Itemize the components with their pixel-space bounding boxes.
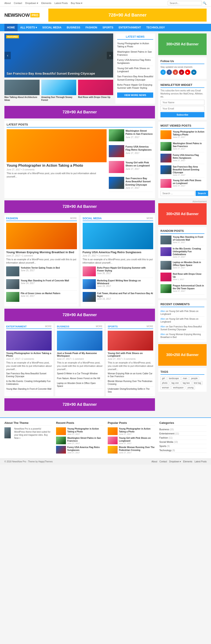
footer-popular-post-title-2[interactable]: Young Girl with Pink Shoes on Longboard: [119, 436, 155, 442]
social-sub-title-3[interactable]: Coit Tower, Alcatraz and Part of San Fra…: [97, 292, 153, 298]
footer-cat-5[interactable]: Sports (9): [159, 444, 207, 448]
social-sub-title-2[interactable]: Marketing Expert Writing New Strategy on…: [97, 279, 153, 285]
fashion-sub-title-3[interactable]: Pile of Green Limes on Market Pattern: [21, 292, 60, 295]
topbar-about[interactable]: About: [4, 2, 11, 4]
side-post-title-1[interactable]: Washington Street Palms in San Francisco: [126, 129, 153, 136]
nav-fashion[interactable]: FASHION: [83, 24, 100, 31]
ad-banner-1[interactable]: 728×90 Ad Banner: [4, 106, 155, 118]
ad-banner-4[interactable]: 728×90 Ad Banner: [4, 398, 155, 411]
twitter-icon[interactable]: t: [161, 70, 166, 75]
social-more[interactable]: MORE: [147, 217, 153, 220]
ent-more[interactable]: MORE: [45, 325, 52, 328]
footer-popular-post-title-1[interactable]: Young Photographer in Action Taking a Ph…: [119, 427, 155, 433]
fashion-sub-title-2[interactable]: Young Man Standing In Front of Concrete …: [21, 279, 69, 282]
latest-news-item-6[interactable]: Boho Peace Hippie Girl Enjoying Summer w…: [117, 82, 153, 91]
top-search-button[interactable]: 🔍: [203, 2, 207, 5]
newsletter-name-input[interactable]: [161, 100, 205, 105]
fashion-sub-title-1[interactable]: Yorkshire Terrier Eating Treats in Bed: [21, 266, 60, 269]
tag-tag-two[interactable]: tag two: [181, 381, 191, 385]
biz-sub-2[interactable]: Pure Nature: Above Green Forest on the H…: [57, 376, 102, 381]
site-logo[interactable]: NEWS NOW PRO: [4, 12, 39, 18]
mv-title-2[interactable]: Washington Street Palms in San Francisco: [173, 142, 205, 148]
fashion-main-title[interactable]: Young Woman Enjoying Morning Breakfast i…: [6, 250, 77, 254]
latest-news-item-3[interactable]: Funny USA America Flag Retro Sunglasses: [117, 58, 153, 66]
rp-title-5[interactable]: Prague Astronomical Clock in the Old Tow…: [173, 284, 205, 290]
footer-popular-post-title-3[interactable]: Blonde Woman Running Over The Pedestrian…: [119, 446, 155, 452]
footer-cat-4[interactable]: Social Media (10): [159, 440, 207, 444]
side-post-title-3[interactable]: Young Girl with Pink Shoes on Longboard: [126, 161, 153, 167]
rc-author-4[interactable]: Allen: [161, 333, 165, 336]
ent-main-title[interactable]: Young Photographer in Action Taking a Ph…: [6, 352, 52, 357]
sidebar-search-input[interactable]: [161, 191, 195, 196]
footer-recent-post-title-1[interactable]: Young Photographer in Action Taking a Ph…: [67, 427, 103, 433]
latest-news-item-4[interactable]: Young Girl with Pink Shoes on Longboard: [117, 66, 153, 74]
footer-link-about[interactable]: About: [151, 460, 157, 463]
fashion-more[interactable]: MORE: [70, 217, 77, 220]
top-search-input[interactable]: [168, 1, 202, 5]
view-more-button[interactable]: VIEW MORE NEWS: [117, 92, 153, 98]
subscribe-button[interactable]: Subscribe: [161, 112, 205, 117]
nav-all-posts[interactable]: ALL POSTS ▾: [17, 24, 39, 31]
sports-sub-2[interactable]: Blonde Woman Running Over The Pedestrian…: [108, 379, 153, 386]
main-post-comments[interactable]: 3 comments: [22, 168, 34, 171]
ent-sub-3[interactable]: Young Man Standing In Front of Concrete …: [6, 386, 52, 392]
footer-link-latest[interactable]: Latest Posts: [195, 460, 207, 463]
topbar-buy[interactable]: Buy Now ▾: [71, 2, 82, 4]
tag-test-tag[interactable]: test tag: [192, 381, 203, 385]
biz-sub-3[interactable]: Laptop on Wooden Desk in Office Open Spa…: [57, 381, 102, 388]
ad-banner-3[interactable]: 728×90 Ad Banner: [4, 309, 155, 321]
mv-title-5[interactable]: Young Girl with Pink Shoes on Longboard: [173, 179, 205, 185]
top-ad-banner[interactable]: 728×90 Ad Banner: [48, 8, 207, 22]
tag-people[interactable]: people: [190, 376, 199, 380]
nav-business[interactable]: BUSINESS: [64, 24, 83, 31]
sports-more[interactable]: MORE: [147, 325, 153, 328]
social-main-title[interactable]: Funny USA America Flag Retro Sunglasses: [83, 250, 153, 254]
topbar-elements[interactable]: Elements: [41, 2, 51, 4]
footer-cat-6[interactable]: Technology (9): [159, 448, 207, 452]
rc-author-2[interactable]: Allen: [161, 318, 165, 320]
latest-news-item-5[interactable]: San Francisco Bay Area Beautiful Sunset …: [117, 74, 153, 82]
footer-link-elements[interactable]: Elements: [183, 460, 192, 463]
topbar-latest[interactable]: Latest Posts: [54, 2, 68, 4]
slider-prev-button[interactable]: ‹: [4, 52, 11, 59]
social-sub-title-1[interactable]: Boho Peace Hippie Girl Enjoying Summer w…: [97, 266, 153, 272]
nav-sports[interactable]: SPORTS: [100, 24, 116, 31]
tag-workspace[interactable]: workspace: [172, 386, 185, 390]
facebook-icon[interactable]: f: [167, 70, 172, 75]
tag-woman[interactable]: woman: [161, 386, 171, 390]
topbar-contact[interactable]: Contact: [14, 2, 22, 4]
tag-young[interactable]: young: [186, 386, 195, 390]
rp-title-4[interactable]: Red Rose with Drops Close Up: [173, 272, 205, 278]
rc-author-3[interactable]: Allen: [161, 326, 165, 328]
tag-landscape[interactable]: landscape: [167, 376, 181, 380]
sports-sub-1[interactable]: Woman Enjoying Ride on an Iconic Cable C…: [108, 371, 153, 379]
sports-main-title[interactable]: Young Girl with Pink Shoes on Longboard: [108, 352, 153, 357]
sidebar-ad-3[interactable]: 300×250 Ad Banner: [158, 344, 207, 366]
biz-sub-1[interactable]: Speed-O-Meter in a Car Through Window: [57, 371, 102, 376]
nav-home[interactable]: HOME: [4, 24, 17, 31]
topbar-dropdown[interactable]: Dropdown ▾: [25, 2, 38, 4]
youtube-icon[interactable]: ▶: [185, 70, 190, 75]
latest-news-item-1[interactable]: Young Photographer in Action Taking a Ph…: [117, 41, 153, 49]
main-post-title[interactable]: Young Photographer in Action Taking a Ph…: [6, 164, 107, 168]
newsletter-email-input[interactable]: [161, 106, 205, 111]
mv-title-3[interactable]: Funny USA America Flag Retro Sunglasses: [173, 154, 205, 160]
rc-author-1[interactable]: Allen: [161, 310, 165, 312]
rp-title-1[interactable]: Young Man Standing in Front of Concrete …: [173, 236, 205, 241]
sidebar-ad-2[interactable]: 300×250 Ad Banner: [158, 203, 207, 225]
footer-link-contact[interactable]: Contact: [159, 460, 167, 463]
footer-cat-1[interactable]: Business (15): [159, 427, 207, 432]
sidebar-ad-1[interactable]: 300×250 Ad Banner: [158, 34, 207, 55]
tag-photo[interactable]: photo: [161, 381, 169, 385]
mv-title-1[interactable]: Young Photographer in Action Taking a Ph…: [173, 130, 205, 136]
footer-link-dropdown[interactable]: Dropdown ▾: [169, 460, 181, 463]
ent-sub-1[interactable]: San Francisco Bay Area Beautiful Sunset …: [6, 371, 52, 379]
nav-social[interactable]: SOCIAL MEDIA: [39, 24, 64, 31]
ad-banner-2[interactable]: 728×90 Ad Banner: [4, 200, 155, 213]
footer-cat-3[interactable]: Fashion (11): [159, 436, 207, 440]
rp-title-3[interactable]: Laptop on Wooden Desk in Office Open Spa…: [173, 261, 205, 267]
sidebar-search-button[interactable]: Search: [196, 191, 208, 196]
latest-news-item-2[interactable]: Washington Street Palms in San Francisco: [117, 49, 153, 58]
ent-sub-2[interactable]: In the Mix Events: Creating Unforgettabl…: [6, 379, 52, 386]
nav-technology[interactable]: TECHNOLOGY: [144, 24, 168, 31]
